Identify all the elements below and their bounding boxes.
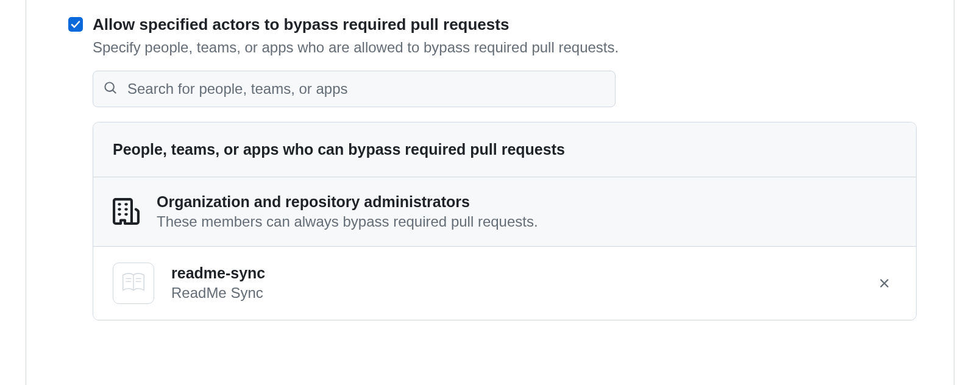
row-text: readme-sync ReadMe Sync — [171, 264, 855, 302]
app-avatar — [113, 263, 154, 304]
panel-header-title: People, teams, or apps who can bypass re… — [113, 141, 897, 158]
book-icon — [119, 269, 147, 297]
close-icon — [877, 276, 892, 291]
remove-app-button[interactable] — [872, 271, 897, 295]
admins-subtitle: These members can always bypass required… — [157, 213, 897, 230]
panel-header: People, teams, or apps who can bypass re… — [93, 122, 916, 177]
panel-border-right — [954, 0, 954, 385]
organization-icon — [113, 196, 140, 227]
search-wrap — [93, 71, 616, 107]
check-icon — [71, 19, 80, 29]
app-title: readme-sync — [171, 264, 855, 282]
bypass-panel: People, teams, or apps who can bypass re… — [93, 122, 917, 320]
allow-bypass-checkbox[interactable] — [68, 17, 83, 32]
list-item-app: readme-sync ReadMe Sync — [93, 246, 916, 320]
app-subtitle: ReadMe Sync — [171, 284, 855, 302]
panel-border-left — [26, 0, 26, 385]
search-input[interactable] — [93, 71, 616, 107]
option-body: Allow specified actors to bypass require… — [93, 15, 941, 320]
admins-title: Organization and repository administrato… — [157, 193, 897, 211]
option-description: Specify people, teams, or apps who are a… — [93, 39, 941, 56]
settings-section: Allow specified actors to bypass require… — [0, 0, 980, 335]
option-title: Allow specified actors to bypass require… — [93, 15, 941, 35]
option-allow-bypass: Allow specified actors to bypass require… — [68, 15, 941, 320]
list-item-admins: Organization and repository administrato… — [93, 177, 916, 246]
row-text: Organization and repository administrato… — [157, 193, 897, 230]
